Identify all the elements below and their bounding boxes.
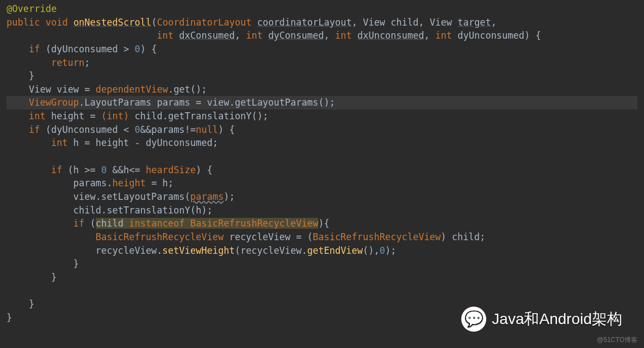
var: dyUnconsumed [51, 44, 118, 54]
kw-if: if [51, 164, 62, 175]
kw-if: if [29, 44, 40, 54]
expr: = view.getLayoutParams(); [190, 97, 335, 108]
op: < [118, 124, 135, 135]
number-literal: 0 [134, 44, 140, 54]
kw-if: if [29, 124, 40, 135]
expr: &&h<= [107, 164, 146, 175]
var: child [96, 218, 129, 229]
var: params [157, 97, 190, 108]
param-name: dxConsumed [179, 30, 234, 41]
expr: = h; [146, 178, 174, 188]
number-literal: 0 [134, 124, 140, 135]
param-name: child [391, 17, 418, 28]
method-call: getEndView [307, 245, 363, 256]
classref: BasicRefrushRecycleView [313, 231, 441, 242]
type: View [29, 84, 51, 95]
kw-int: int [246, 30, 263, 41]
param-name: dxUnconsumed [357, 30, 424, 41]
param-name: coordinatorLayout [257, 17, 352, 28]
number-literal: 0 [380, 245, 385, 256]
var: h [73, 137, 79, 148]
kw-public: public [7, 17, 40, 28]
classref: BasicRefrushRecycleView [96, 231, 224, 242]
param-type: View [363, 17, 385, 28]
wechat-icon: 💬 [461, 307, 486, 332]
kw-if: if [73, 218, 84, 229]
annotation: @Override [7, 3, 57, 14]
expr: recycleView = ( [224, 231, 313, 242]
expr: child.getTranslationY(); [129, 111, 268, 121]
field: dependentView [96, 84, 168, 95]
expr: params. [73, 178, 113, 188]
expr: ) child; [441, 231, 485, 242]
stmt: child.setTranslationY(h); [73, 205, 213, 216]
expr: h >= [73, 164, 101, 175]
number-literal: 0 [101, 164, 107, 175]
expr: (), [363, 245, 380, 256]
kw-null: null [196, 124, 218, 135]
op: > [118, 44, 135, 54]
var: dyUnconsumed [51, 124, 118, 135]
method-name: onNestedScroll [73, 17, 151, 28]
kw-instanceof: instanceof [129, 218, 184, 229]
param-name: dyUnconsumed [457, 30, 524, 41]
classref: BasicRefrushRecycleView [185, 218, 319, 229]
expr: &&params!= [140, 124, 196, 135]
arg: params [190, 191, 224, 202]
wechat-label: Java和Android架构 [492, 308, 622, 331]
cast: (int) [101, 111, 129, 121]
kw-return: return [51, 57, 84, 68]
wechat-badge: 💬 Java和Android架构 [461, 307, 622, 332]
kw-int: int [157, 30, 174, 41]
kw-int: int [29, 111, 46, 121]
var: height [51, 111, 84, 121]
expr: ); [224, 191, 234, 202]
method-call: setViewHeight [163, 245, 235, 256]
watermark: @51CTO博客 [597, 335, 637, 345]
param-name: dyConsumed [268, 30, 324, 41]
param-type: CoordinatorLayout [157, 17, 251, 28]
code-editor[interactable]: @Override public void onNestedScroll(Coo… [7, 2, 637, 324]
expr: (recycleView. [235, 245, 307, 256]
field: heardSize [146, 164, 196, 175]
kw-void: void [46, 17, 68, 28]
kw-int: int [335, 30, 352, 41]
obj: recycleView. [96, 245, 163, 256]
expr: view.setLayoutParams( [73, 191, 190, 202]
inner-class: .LayoutParams [79, 97, 151, 108]
call: .get(); [168, 84, 207, 95]
param-name: target [457, 17, 491, 28]
kw-int: int [435, 30, 452, 41]
var: view [57, 84, 79, 95]
classref: ViewGroup [29, 97, 79, 108]
expr: = height - dyUnconsumed; [79, 137, 218, 148]
kw-int: int [51, 137, 68, 148]
field: height [112, 178, 145, 188]
param-type: View [430, 17, 452, 28]
expr: ); [385, 245, 396, 256]
